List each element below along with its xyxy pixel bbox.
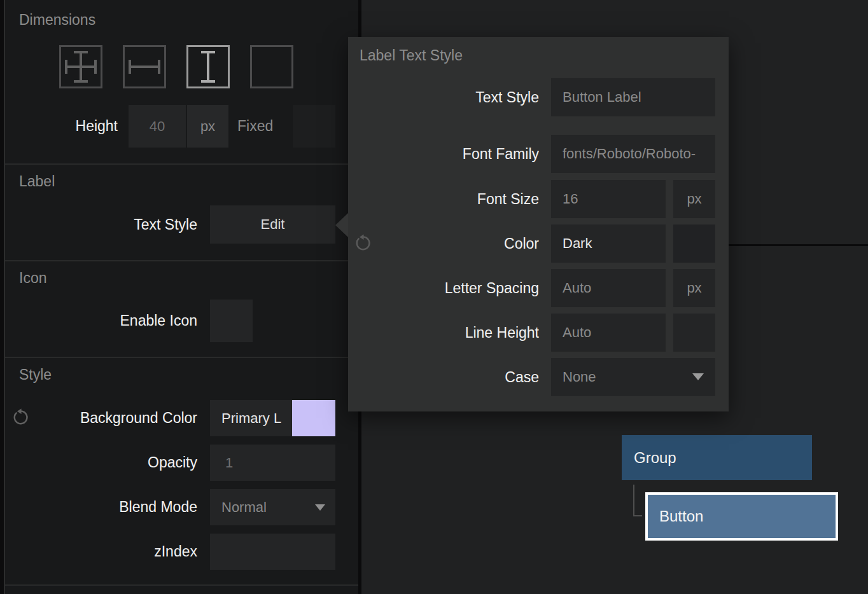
height-input[interactable]: 40 [129, 105, 186, 148]
popup-font-family-input[interactable]: fonts/Roboto/Roboto- [551, 135, 715, 173]
fixed-checkbox[interactable] [293, 105, 335, 148]
popup-font-size-label: Font Size [348, 180, 539, 218]
case-popup-row: Case None [348, 358, 729, 396]
button-layer-label: Button [659, 508, 703, 525]
popup-case-dropdown[interactable]: None [551, 358, 715, 396]
group-layer-label: Group [634, 449, 676, 467]
inspector-panel: Dimensions Height 40 px Fixed Label Text… [5, 0, 358, 594]
opacity-label: Opacity [5, 445, 197, 481]
background-color-value-field[interactable]: Primary L [210, 400, 292, 436]
opacity-row: Opacity 1 [5, 445, 358, 481]
line-height-popup-row: Line Height Auto [348, 314, 729, 352]
group-layer-node[interactable]: Group [622, 435, 812, 480]
label-section-title: Label [19, 173, 55, 190]
dimension-mode-height-button[interactable] [186, 45, 230, 88]
blend-mode-dropdown[interactable]: Normal [210, 489, 335, 525]
dimension-mode-width-button[interactable] [123, 45, 166, 88]
height-row: Height 40 px Fixed [5, 105, 358, 148]
height-unit-button[interactable]: px [187, 105, 228, 148]
section-divider [5, 584, 358, 586]
zindex-input[interactable] [210, 534, 335, 570]
letter-spacing-popup-row: Letter Spacing Auto px [348, 269, 729, 307]
font-size-popup-row: Font Size 16 px [348, 180, 729, 218]
text-style-popup-row: Text Style Button Label [348, 78, 729, 116]
dimension-mode-both-button[interactable] [59, 45, 102, 88]
style-section-title: Style [19, 366, 52, 383]
blend-mode-row: Blend Mode Normal [5, 489, 358, 525]
chevron-down-icon [315, 504, 325, 511]
popup-letter-spacing-unit-button[interactable]: px [673, 269, 715, 307]
zindex-row: zIndex [5, 534, 358, 570]
blend-mode-value: Normal [221, 499, 267, 516]
popup-color-value-field[interactable]: Dark [551, 224, 666, 263]
width-and-height-ibeam-icon [61, 47, 101, 86]
popup-font-size-unit-button[interactable]: px [673, 180, 715, 218]
layer-connector-vertical [633, 485, 634, 516]
chevron-down-icon [692, 373, 704, 380]
popup-color-swatch[interactable] [673, 224, 715, 263]
text-style-row: Text Style Edit [5, 205, 358, 244]
popup-caret [335, 213, 348, 237]
popup-text-style-input[interactable]: Button Label [551, 78, 715, 116]
font-family-popup-row: Font Family fonts/Roboto/Roboto- [348, 135, 729, 173]
popup-line-height-unit-button[interactable] [673, 314, 715, 352]
popup-letter-spacing-input[interactable]: Auto [551, 269, 666, 307]
section-divider [5, 260, 358, 261]
dimension-mode-none-button[interactable] [250, 45, 293, 88]
fixed-label: Fixed [237, 105, 282, 148]
popup-font-size-input[interactable]: 16 [551, 180, 666, 218]
popup-color-label: Color [348, 224, 539, 263]
icon-section-title: Icon [19, 270, 46, 287]
enable-icon-label: Enable Icon [5, 300, 197, 342]
popup-title: Label Text Style [360, 47, 463, 64]
layer-connector-horizontal [633, 515, 642, 516]
background-color-row: Background Color Primary L [5, 400, 358, 436]
popup-case-value: None [563, 369, 596, 385]
height-label: Height [5, 105, 118, 148]
dimensions-section-title: Dimensions [19, 11, 95, 29]
background-color-label: Background Color [5, 400, 197, 436]
vertical-ibeam-icon [188, 47, 228, 86]
section-divider [5, 163, 358, 165]
popup-line-height-label: Line Height [348, 314, 539, 352]
popup-letter-spacing-label: Letter Spacing [348, 269, 539, 307]
popup-line-height-input[interactable]: Auto [551, 314, 666, 352]
background-color-swatch[interactable] [292, 400, 335, 436]
popup-font-family-label: Font Family [348, 135, 539, 173]
text-style-label: Text Style [5, 205, 197, 244]
horizontal-ibeam-icon [125, 47, 164, 86]
button-layer-node-selected[interactable]: Button [645, 492, 838, 541]
blend-mode-label: Blend Mode [5, 489, 197, 525]
empty-box-icon [252, 47, 291, 86]
popup-case-label: Case [348, 358, 539, 396]
label-text-style-popup: Label Text Style Text Style Button Label… [348, 37, 729, 411]
text-style-edit-button[interactable]: Edit [210, 205, 335, 244]
section-divider [5, 357, 358, 358]
color-popup-row: Color Dark [348, 224, 729, 263]
opacity-input[interactable]: 1 [210, 445, 335, 481]
enable-icon-checkbox[interactable] [210, 300, 253, 342]
popup-text-style-label: Text Style [348, 78, 539, 116]
enable-icon-row: Enable Icon [5, 300, 358, 342]
zindex-label: zIndex [5, 534, 197, 570]
